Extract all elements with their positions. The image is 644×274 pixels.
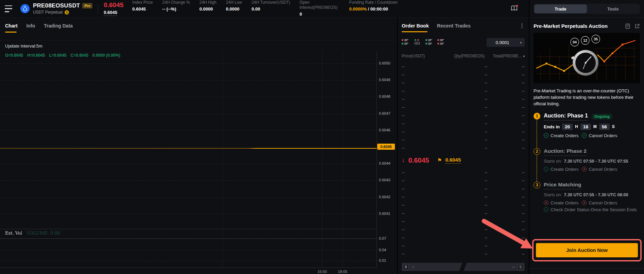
doc-guide-icon[interactable]	[625, 23, 630, 29]
cross-circle-icon: ✕	[582, 200, 587, 205]
view-asks-only-icon[interactable]	[437, 39, 444, 45]
price-gridline	[0, 214, 377, 214]
orderbook-row[interactable]: ------	[402, 144, 525, 152]
orderbook-row[interactable]: ------	[402, 111, 525, 120]
view-bids-only-icon[interactable]	[425, 39, 432, 45]
auction-panel: TradeTools Pre-Market Perpetuals Auction	[529, 0, 644, 274]
orderbook-column-headers: Price(USDT) Qty(PRE08EOS) Total(PRE08E..…	[402, 54, 525, 58]
ob-price: --	[402, 170, 442, 175]
price-axis-label: 0.6049	[379, 78, 390, 82]
orderbook-row[interactable]: ------	[402, 128, 525, 136]
orderbook-row[interactable]: ------	[402, 234, 525, 242]
orderbook-row[interactable]: ------	[402, 225, 525, 234]
orderbook-row[interactable]: ------	[402, 136, 525, 144]
ob-qty: --	[442, 64, 487, 69]
ohlc-part: O=0.6045	[5, 53, 23, 58]
phase-number-badge: 3	[534, 182, 540, 188]
flag-icon: ⚑	[437, 157, 442, 163]
caret-down-icon: ▾	[520, 41, 522, 44]
ob-qty: --	[442, 97, 487, 102]
precision-value: 0.0001	[496, 40, 509, 45]
price-gridline	[0, 197, 377, 198]
svg-text:04: 04	[573, 40, 577, 44]
orderbook-row[interactable]: ------	[402, 103, 525, 111]
orderbook-row[interactable]: ------	[402, 242, 525, 250]
permission-item-text: Cancel Orders	[589, 133, 617, 138]
view-vertical-icon[interactable]	[414, 39, 420, 45]
mark-price[interactable]: 0.6045	[104, 10, 117, 16]
time-axis-line[interactable]	[0, 268, 377, 268]
chart-tab-bar: ChartInfoTrading Data	[5, 23, 73, 33]
orderbook-row[interactable]: ------	[402, 177, 525, 185]
tab-tools[interactable]: Tools	[587, 4, 640, 13]
orderbook-row[interactable]: ------	[402, 62, 525, 71]
ob-qty: --	[442, 211, 487, 216]
left-column: PRE08EOSUSDT Pre USDT Perpetual i 0.6045…	[0, 0, 529, 274]
external-link-icon[interactable]	[634, 23, 640, 29]
tab-trading-data[interactable]: Trading Data	[44, 23, 73, 33]
orderbook-row[interactable]: ------	[402, 120, 525, 128]
caret-down-icon[interactable]: ▾	[523, 54, 525, 58]
orderbook-row[interactable]: ------	[402, 217, 525, 225]
price-gridline	[0, 130, 377, 131]
countdown-value: 56	[599, 124, 610, 130]
orderbook-row[interactable]: ------	[402, 193, 525, 201]
hamburger-menu-icon[interactable]	[5, 5, 14, 12]
price-gridline	[0, 164, 377, 164]
info-icon[interactable]: i	[65, 10, 69, 15]
ohlc-part: 0.0000 (0.00%)	[92, 53, 120, 58]
tab-order-book[interactable]: Order Book	[402, 23, 429, 32]
tab-info[interactable]: Info	[27, 23, 35, 33]
orderbook-row[interactable]: ------	[402, 71, 525, 79]
ob-price: --	[402, 227, 442, 232]
price-axis-label: 0.6044	[379, 161, 390, 165]
tab-recent-trades[interactable]: Recent Trades	[437, 23, 471, 29]
precision-dropdown[interactable]: 0.0001 ▾	[487, 38, 525, 47]
ob-total: --	[487, 138, 525, 142]
volume-pane-separator[interactable]	[0, 229, 377, 229]
orderbook-mid-price[interactable]: ↓ 0.6045 ⚑ 0.6045	[402, 153, 461, 167]
price-axis-label: 0.6050	[379, 61, 390, 65]
stat-value: 0.0000	[226, 6, 242, 12]
header-stat: 24H High0.0000	[199, 0, 216, 12]
ob-qty: --	[442, 170, 487, 175]
ob-total: --	[487, 64, 525, 69]
tab-trade[interactable]: Trade	[534, 4, 587, 13]
stat-value: 0.0000% / 00:00:00	[349, 6, 398, 12]
orderbook-row[interactable]: ------	[402, 87, 525, 95]
volume-gridline	[0, 250, 377, 251]
orderbook-row[interactable]: ------	[402, 250, 525, 258]
orderbook-row[interactable]: ------	[402, 185, 525, 193]
panel-tabs-wrap: TradeTools	[529, 0, 644, 18]
header-stats: Index Price0.604524H Change %-- (--%)24H…	[132, 0, 398, 17]
view-both-sides-icon[interactable]	[402, 39, 408, 45]
tab-chart[interactable]: Chart	[5, 23, 18, 33]
orderbook-row[interactable]: ------	[402, 95, 525, 103]
join-auction-button[interactable]: Join Auction Now	[536, 243, 638, 257]
svg-text:12: 12	[583, 38, 587, 42]
ohlc-readout: O=0.6045H=0.6045L=0.6045C=0.60450.0000 (…	[5, 53, 120, 58]
orderbook-row[interactable]: ------	[402, 209, 525, 217]
ohlc-part: C=0.6045	[70, 53, 88, 58]
ob-total: --	[487, 146, 525, 150]
orderbook-menu-icon[interactable]: ⋮	[519, 22, 525, 29]
ob-price: --	[402, 203, 442, 207]
countdown-unit: S	[612, 124, 615, 129]
orderbook-row[interactable]: ------	[402, 201, 525, 209]
auction-promo-banner: 04 12 35	[534, 33, 640, 83]
guide-book-icon[interactable]	[510, 5, 518, 13]
main-area: ChartInfoTrading Data Update Interval:5m…	[0, 18, 529, 274]
ob-total: --	[487, 195, 525, 199]
notification-dot	[516, 5, 518, 7]
ob-price: --	[402, 243, 442, 248]
marked-price-value[interactable]: 0.6045	[445, 157, 461, 164]
orderbook-row[interactable]: ------	[402, 79, 525, 87]
ob-price: --	[402, 146, 442, 150]
promo-illustration: 04 12 35	[534, 33, 640, 83]
phase-number-badge: 1	[534, 113, 540, 120]
orderbook-row[interactable]: ------	[402, 168, 525, 177]
asks-list: ----------------------------------------…	[402, 62, 525, 152]
panel-bottom-divider	[529, 268, 644, 269]
ob-total: --	[487, 203, 525, 207]
symbol-block[interactable]: PRE08EOSUSDT Pre USDT Perpetual i	[33, 2, 92, 15]
